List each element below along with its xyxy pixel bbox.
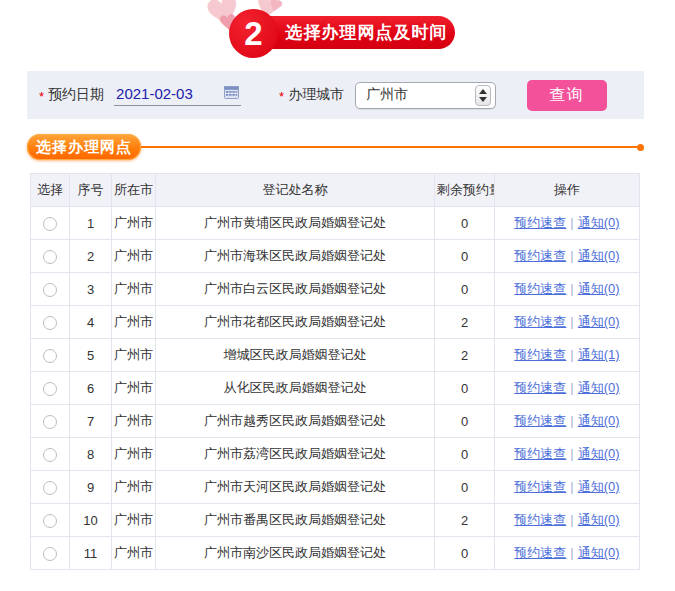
date-input[interactable]: 2021-02-03 [114, 85, 241, 106]
notice-link[interactable]: 通知(0) [578, 380, 620, 395]
header-remaining: 剩余预约量 [435, 174, 495, 207]
row-city: 广州市 [112, 405, 156, 438]
row-index: 9 [70, 471, 112, 504]
header-actions: 操作 [495, 174, 640, 207]
notice-link[interactable]: 通知(1) [578, 347, 620, 362]
row-index: 11 [70, 537, 112, 570]
notice-link[interactable]: 通知(0) [578, 281, 620, 296]
row-radio-button[interactable] [43, 382, 57, 396]
row-index: 5 [70, 339, 112, 372]
header-name: 登记处名称 [156, 174, 435, 207]
row-registry-name: 广州市白云区民政局婚姻登记处 [156, 273, 435, 306]
quick-check-link[interactable]: 预约速查 [514, 380, 566, 395]
row-registry-name: 广州市黄埔区民政局婚姻登记处 [156, 207, 435, 240]
notice-link[interactable]: 通知(0) [578, 215, 620, 230]
row-city: 广州市 [112, 537, 156, 570]
calendar-icon[interactable] [224, 85, 239, 102]
registry-table: 选择 序号 所在市 登记处名称 剩余预约量 操作 1广州市广州市黄埔区民政局婚姻… [30, 173, 640, 570]
row-remaining-count: 2 [435, 339, 495, 372]
quick-check-link[interactable]: 预约速查 [514, 248, 566, 263]
notice-link[interactable]: 通知(0) [578, 314, 620, 329]
row-radio-button[interactable] [43, 415, 57, 429]
city-select[interactable]: 广州市 [355, 82, 496, 109]
link-separator: | [570, 314, 573, 329]
section-divider-dot [637, 144, 644, 151]
link-separator: | [570, 248, 573, 263]
table-row: 4广州市广州市花都区民政局婚姻登记处2预约速查|通知(0) [31, 306, 640, 339]
row-city: 广州市 [112, 306, 156, 339]
row-index: 6 [70, 372, 112, 405]
table-row: 8广州市广州市荔湾区民政局婚姻登记处0预约速查|通知(0) [31, 438, 640, 471]
row-radio-button[interactable] [43, 547, 57, 561]
header-select: 选择 [31, 174, 70, 207]
row-remaining-count: 0 [435, 372, 495, 405]
quick-check-link[interactable]: 预约速查 [514, 413, 566, 428]
row-radio-button[interactable] [43, 217, 57, 231]
row-remaining-count: 0 [435, 471, 495, 504]
header-index: 序号 [70, 174, 112, 207]
row-registry-name: 广州市海珠区民政局婚姻登记处 [156, 240, 435, 273]
table-row: 7广州市广州市越秀区民政局婚姻登记处0预约速查|通知(0) [31, 405, 640, 438]
quick-check-link[interactable]: 预约速查 [514, 347, 566, 362]
row-radio-button[interactable] [43, 283, 57, 297]
row-actions: 预约速查|通知(1) [495, 339, 640, 372]
notice-link[interactable]: 通知(0) [578, 479, 620, 494]
row-city: 广州市 [112, 372, 156, 405]
link-separator: | [570, 215, 573, 230]
row-index: 10 [70, 504, 112, 537]
row-remaining-count: 0 [435, 273, 495, 306]
table-header-row: 选择 序号 所在市 登记处名称 剩余预约量 操作 [31, 174, 640, 207]
quick-check-link[interactable]: 预约速查 [514, 314, 566, 329]
row-index: 4 [70, 306, 112, 339]
row-radio-button[interactable] [43, 349, 57, 363]
row-actions: 预约速查|通知(0) [495, 504, 640, 537]
quick-check-link[interactable]: 预约速查 [514, 215, 566, 230]
row-actions: 预约速查|通知(0) [495, 273, 640, 306]
row-actions: 预约速查|通知(0) [495, 438, 640, 471]
table-row: 11广州市广州市南沙区民政局婚姻登记处0预约速查|通知(0) [31, 537, 640, 570]
row-remaining-count: 0 [435, 537, 495, 570]
row-registry-name: 从化区民政局婚姻登记处 [156, 372, 435, 405]
row-index: 2 [70, 240, 112, 273]
query-button[interactable]: 查询 [527, 80, 607, 111]
row-index: 3 [70, 273, 112, 306]
row-radio-button[interactable] [43, 316, 57, 330]
quick-check-link[interactable]: 预约速查 [514, 281, 566, 296]
notice-link[interactable]: 通知(0) [578, 248, 620, 263]
table-row: 3广州市广州市白云区民政局婚姻登记处0预约速查|通知(0) [31, 273, 640, 306]
row-remaining-count: 0 [435, 240, 495, 273]
link-separator: | [570, 512, 573, 527]
row-registry-name: 广州市番禺区民政局婚姻登记处 [156, 504, 435, 537]
row-radio-button[interactable] [43, 448, 57, 462]
notice-link[interactable]: 通知(0) [578, 446, 620, 461]
section-header: 选择办理网点 [27, 134, 644, 160]
link-separator: | [570, 446, 573, 461]
notice-link[interactable]: 通知(0) [578, 512, 620, 527]
step-number-badge: 2 [229, 9, 278, 58]
notice-link[interactable]: 通知(0) [578, 545, 620, 560]
table-row: 2广州市广州市海珠区民政局婚姻登记处0预约速查|通知(0) [31, 240, 640, 273]
row-radio-button[interactable] [43, 481, 57, 495]
row-city: 广州市 [112, 240, 156, 273]
required-marker: * [39, 89, 44, 104]
row-remaining-count: 2 [435, 504, 495, 537]
row-registry-name: 增城区民政局婚姻登记处 [156, 339, 435, 372]
table-row: 5广州市增城区民政局婚姻登记处2预约速查|通知(1) [31, 339, 640, 372]
quick-check-link[interactable]: 预约速查 [514, 545, 566, 560]
table-row: 1广州市广州市黄埔区民政局婚姻登记处0预约速查|通知(0) [31, 207, 640, 240]
row-city: 广州市 [112, 438, 156, 471]
link-separator: | [570, 347, 573, 362]
link-separator: | [570, 479, 573, 494]
table-row: 6广州市从化区民政局婚姻登记处0预约速查|通知(0) [31, 372, 640, 405]
quick-check-link[interactable]: 预约速查 [514, 512, 566, 527]
row-radio-button[interactable] [43, 250, 57, 264]
row-city: 广州市 [112, 471, 156, 504]
quick-check-link[interactable]: 预约速查 [514, 479, 566, 494]
notice-link[interactable]: 通知(0) [578, 413, 620, 428]
quick-check-link[interactable]: 预约速查 [514, 446, 566, 461]
row-radio-button[interactable] [43, 514, 57, 528]
row-index: 7 [70, 405, 112, 438]
row-actions: 预约速查|通知(0) [495, 240, 640, 273]
section-title: 选择办理网点 [27, 134, 141, 160]
city-select-value: 广州市 [366, 86, 408, 104]
